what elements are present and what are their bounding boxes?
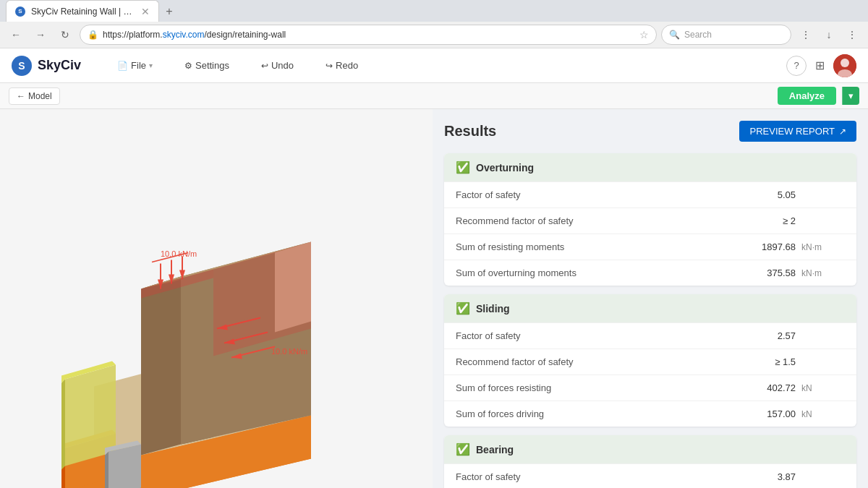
overturning-row-2: Sum of resisting moments 1897.68 kN·m xyxy=(444,234,856,260)
sliding-value-0: 2.57 xyxy=(738,330,796,341)
settings-menu[interactable]: ⚙ Settings xyxy=(177,56,237,75)
app-header: S SkyCiv 📄 File ▾ ⚙ Settings ↩ Undo ↪ Re… xyxy=(0,48,868,83)
header-right: ? ⊞ xyxy=(786,54,856,77)
bearing-section: ✅ Bearing Factor of safety 3.87 Recommen… xyxy=(444,435,856,488)
overturning-section: ✅ Overturning Factor of safety 5.05 Reco… xyxy=(444,153,856,286)
sliding-value-1: ≥ 1.5 xyxy=(738,356,796,367)
overturning-value-3: 375.58 xyxy=(738,267,796,278)
overturning-value-2: 1897.68 xyxy=(738,241,796,252)
sliding-header: ✅ Sliding xyxy=(444,294,856,322)
model-bar: ← Model Analyze ▾ xyxy=(0,83,868,109)
more-btn[interactable]: ⋮ xyxy=(842,25,862,45)
tab-favicon: S xyxy=(15,7,25,17)
sliding-value-3: 157.00 xyxy=(738,408,796,419)
sliding-row-2: Sum of forces resisting 402.72 kN xyxy=(444,374,856,401)
grid-btn[interactable]: ⊞ xyxy=(815,59,825,72)
overturning-row-0: Factor of safety 5.05 xyxy=(444,181,856,207)
sliding-label-2: Sum of forces resisting xyxy=(456,382,738,393)
overturning-label: Overturning xyxy=(476,162,534,174)
forward-btn[interactable]: → xyxy=(30,25,51,45)
3d-view: 10.0 kN/m 10.0 kN/m xyxy=(0,109,433,488)
tab-close-btn[interactable]: ✕ xyxy=(141,6,150,17)
sliding-label-1: Recommend factor of safety xyxy=(456,356,738,367)
browser-toolbar-right: ⋮ ↓ ⋮ xyxy=(796,25,862,45)
results-title: Results xyxy=(444,123,496,140)
search-placeholder: Search xyxy=(684,30,712,40)
search-box[interactable]: 🔍 Search xyxy=(661,25,791,45)
overturning-header: ✅ Overturning xyxy=(444,153,856,181)
bearing-header: ✅ Bearing xyxy=(444,435,856,463)
overturning-row-3: Sum of overturning moments 375.58 kN·m xyxy=(444,260,856,286)
external-link-icon: ↗ xyxy=(839,127,846,137)
overturning-label-3: Sum of overturning moments xyxy=(456,267,738,278)
sliding-section: ✅ Sliding Factor of safety 2.57 Recommen… xyxy=(444,294,856,427)
back-arrow-icon: ← xyxy=(17,91,25,101)
sliding-label-3: Sum of forces driving xyxy=(456,408,738,419)
overturning-unit-3: kN·m xyxy=(801,268,845,278)
overturning-value-1: ≥ 2 xyxy=(738,215,796,226)
extensions-btn[interactable]: ⋮ xyxy=(796,25,816,45)
svg-point-3 xyxy=(841,59,849,67)
file-menu[interactable]: 📄 File ▾ xyxy=(110,56,160,75)
sliding-unit-3: kN xyxy=(801,409,845,419)
sliding-label-0: Factor of safety xyxy=(456,330,738,341)
overturning-label-1: Recommend factor of safety xyxy=(456,215,738,226)
svg-text:10.0 kN/m: 10.0 kN/m xyxy=(271,347,307,356)
tab-bar: S SkyCiv Retaining Wall | SkyCiv ... ✕ + xyxy=(0,0,868,22)
overturning-label-2: Sum of resisting moments xyxy=(456,241,738,252)
refresh-btn[interactable]: ↻ xyxy=(55,25,75,45)
overturning-label-0: Factor of safety xyxy=(456,189,738,200)
sliding-row-0: Factor of safety 2.57 xyxy=(444,322,856,348)
svg-text:10.0 kN/m: 10.0 kN/m xyxy=(161,249,197,258)
logo-text: SkyCiv xyxy=(38,58,81,73)
overturning-row-1: Recommend factor of safety ≥ 2 xyxy=(444,207,856,234)
skyciv-logo: S SkyCiv xyxy=(12,56,81,76)
analyze-btn[interactable]: Analyze xyxy=(778,87,836,105)
address-bar-row: ← → ↻ 🔒 https://platform.skyciv.com/desi… xyxy=(0,22,868,48)
sliding-value-2: 402.72 xyxy=(738,382,796,393)
new-tab-btn[interactable]: + xyxy=(159,1,179,22)
svg-marker-23 xyxy=(105,452,109,488)
bearing-check-icon: ✅ xyxy=(456,442,470,456)
app-container: S SkyCiv 📄 File ▾ ⚙ Settings ↩ Undo ↪ Re… xyxy=(0,48,868,488)
overturning-unit-2: kN·m xyxy=(801,242,845,252)
url-text: https://platform.skyciv.com/design/retai… xyxy=(103,30,635,40)
sliding-row-1: Recommend factor of safety ≥ 1.5 xyxy=(444,348,856,374)
svg-marker-22 xyxy=(109,445,141,488)
bearing-label: Bearing xyxy=(476,444,514,455)
analyze-dropdown-btn[interactable]: ▾ xyxy=(842,87,859,105)
sliding-check-icon: ✅ xyxy=(456,301,470,315)
main-content: 10.0 kN/m 10.0 kN/m xyxy=(0,109,868,488)
overturning-check-icon: ✅ xyxy=(456,160,470,174)
back-btn[interactable]: ← xyxy=(6,25,26,45)
svg-text:S: S xyxy=(18,60,25,72)
bookmark-btn[interactable]: ☆ xyxy=(639,29,649,40)
results-header: Results PREVIEW REPORT ↗ xyxy=(444,121,856,142)
redo-btn[interactable]: ↪ Redo xyxy=(318,56,365,75)
active-tab[interactable]: S SkyCiv Retaining Wall | SkyCiv ... ✕ xyxy=(6,0,159,22)
svg-marker-20 xyxy=(61,380,65,470)
preview-report-btn[interactable]: PREVIEW REPORT ↗ xyxy=(739,121,856,142)
results-panel: Results PREVIEW REPORT ↗ ✅ Overturning F… xyxy=(433,109,868,488)
user-avatar[interactable] xyxy=(833,54,856,77)
retaining-wall-3d: 10.0 kN/m 10.0 kN/m xyxy=(0,109,433,488)
model-label: Model xyxy=(28,91,52,101)
downloads-btn[interactable]: ↓ xyxy=(819,25,839,45)
model-back-btn[interactable]: ← Model xyxy=(9,87,60,105)
sliding-label: Sliding xyxy=(476,303,510,314)
sliding-unit-2: kN xyxy=(801,383,845,393)
svg-marker-13 xyxy=(141,277,181,455)
sliding-row-3: Sum of forces driving 157.00 kN xyxy=(444,401,856,427)
browser-window: S SkyCiv Retaining Wall | SkyCiv ... ✕ +… xyxy=(0,0,868,488)
overturning-value-0: 5.05 xyxy=(738,189,796,200)
help-btn[interactable]: ? xyxy=(786,56,807,76)
bearing-label-0: Factor of safety xyxy=(456,471,738,482)
undo-btn[interactable]: ↩ Undo xyxy=(254,56,301,75)
bearing-row-0: Factor of safety 3.87 xyxy=(444,463,856,488)
address-bar[interactable]: 🔒 https://platform.skyciv.com/design/ret… xyxy=(80,25,657,45)
logo-svg: S xyxy=(12,56,32,76)
tab-title: SkyCiv Retaining Wall | SkyCiv ... xyxy=(31,7,132,17)
bearing-value-0: 3.87 xyxy=(738,471,796,482)
